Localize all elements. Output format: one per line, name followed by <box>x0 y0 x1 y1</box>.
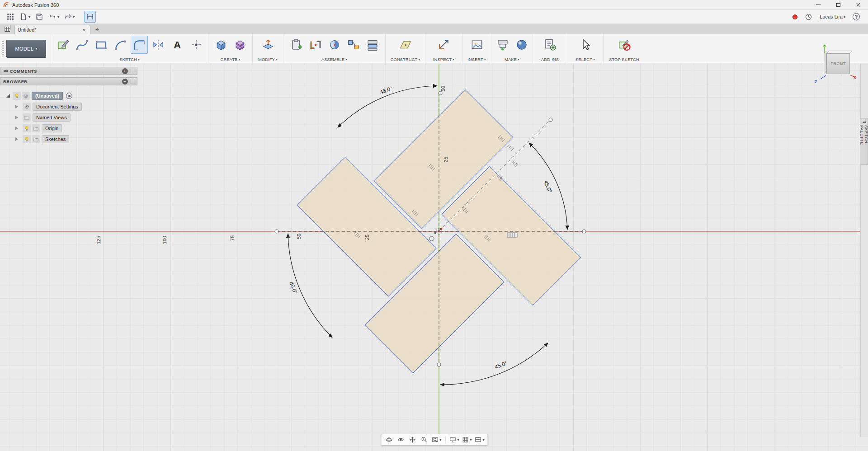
document-tab[interactable]: Untitled* <box>14 25 90 34</box>
ribbon-group-label-inspect[interactable]: INSPECT <box>425 56 462 63</box>
record-icon[interactable] <box>793 14 797 19</box>
select-cursor-icon[interactable] <box>577 36 594 54</box>
ribbon-group-label-sketch[interactable]: SKETCH <box>51 56 208 63</box>
fit-button[interactable] <box>430 435 442 445</box>
arc-icon[interactable] <box>112 36 129 54</box>
contact-sets-icon[interactable] <box>364 36 381 54</box>
fillet-icon[interactable] <box>131 36 148 54</box>
new-tab-button[interactable] <box>93 25 101 33</box>
clock-icon[interactable] <box>805 13 812 21</box>
pan-icon <box>409 436 416 443</box>
ribbon-group-label-create[interactable]: CREATE <box>208 56 252 63</box>
stop-sketch-icon[interactable] <box>616 36 633 54</box>
ribbon-group-label-modify[interactable]: MODIFY <box>253 56 283 63</box>
tree-row-sketches[interactable]: Sketches <box>0 134 137 144</box>
expander-icon[interactable] <box>15 116 20 119</box>
lightbulb-icon[interactable] <box>23 135 31 143</box>
lightbulb-icon[interactable] <box>23 124 31 132</box>
motion-link-icon[interactable] <box>345 36 362 54</box>
joint-origin-icon[interactable] <box>326 36 343 54</box>
expander-icon[interactable] <box>15 137 20 141</box>
tree-row-document-settings[interactable]: Document Settings <box>0 102 137 112</box>
zoom-button[interactable] <box>419 435 429 445</box>
ribbon-group-label-insert[interactable]: INSERT <box>462 56 491 63</box>
ribbon-group-label-assemble[interactable]: ASSEMBLE <box>283 56 385 63</box>
insert-image-icon[interactable] <box>468 36 486 54</box>
tree-row-origin[interactable]: Origin <box>0 123 137 133</box>
lightbulb-icon[interactable] <box>13 92 21 100</box>
tree-label-sketches[interactable]: Sketches <box>42 135 69 143</box>
measure-icon[interactable] <box>435 36 453 54</box>
origin-point <box>434 228 442 235</box>
minimize-button[interactable] <box>808 0 828 9</box>
pan-button[interactable] <box>407 435 418 445</box>
comments-badge-icon[interactable]: + <box>122 68 128 74</box>
grid-settings-icon <box>462 436 469 443</box>
tree-row-named-views[interactable]: Named Views <box>0 113 137 122</box>
viewports-button[interactable] <box>474 435 486 445</box>
press-pull-icon[interactable] <box>259 36 277 54</box>
undo-icon <box>48 13 57 21</box>
ribbon-group-select: SELECT <box>567 34 603 63</box>
spline-icon[interactable] <box>74 36 91 54</box>
tree-label-origin[interactable]: Origin <box>42 124 62 132</box>
comments-panel-header[interactable]: ◀◀ COMMENTS + <box>0 67 137 75</box>
ribbon-group-insert: INSERT <box>462 34 491 63</box>
file-menu-button[interactable] <box>18 11 32 23</box>
grid-settings-button[interactable] <box>461 435 473 445</box>
toolbar-grip[interactable] <box>2 41 4 56</box>
point-icon[interactable] <box>188 36 205 54</box>
rectangle-icon[interactable] <box>93 36 110 54</box>
window-title: Autodesk Fusion 360 <box>12 2 59 8</box>
new-component-icon[interactable] <box>288 36 305 54</box>
expander-open-icon[interactable] <box>6 94 10 98</box>
orbit-button[interactable] <box>383 435 394 445</box>
save-button[interactable] <box>33 11 45 23</box>
ribbon-group-inspect: INSPECT <box>425 34 462 63</box>
ribbon-group-label-add-ins[interactable]: ADD-INS <box>533 56 567 63</box>
look-at-button[interactable] <box>395 435 406 445</box>
tab-close-icon[interactable] <box>81 27 87 33</box>
account-menu[interactable]: Lucas Lira <box>820 14 845 19</box>
orbit-icon <box>385 436 392 443</box>
ribbon-group-label-stop-sketch[interactable]: STOP SKETCH <box>604 56 645 63</box>
construction-plane-icon[interactable] <box>397 36 414 54</box>
joint-icon[interactable] <box>307 36 324 54</box>
tree-label-named-views[interactable]: Named Views <box>33 113 71 122</box>
browser-panel-header[interactable]: BROWSER − <box>0 77 137 85</box>
active-command-button[interactable] <box>84 11 96 23</box>
close-button[interactable] <box>848 0 868 9</box>
sketch-palette-tab[interactable]: ◀◀ SKETCH PALETTE <box>860 118 868 165</box>
create-form-icon[interactable] <box>231 36 249 54</box>
panel-grip[interactable] <box>131 69 134 73</box>
undo-button[interactable] <box>47 11 61 23</box>
primitive-box-icon[interactable] <box>212 36 230 54</box>
v-ruler-50: 50 <box>440 86 446 91</box>
tree-label-document-settings[interactable]: Document Settings <box>33 103 82 111</box>
mirror-icon[interactable] <box>150 36 167 54</box>
tree-label-unsaved[interactable]: (Unsaved) <box>32 92 63 100</box>
browser-badge-icon[interactable]: − <box>122 79 128 85</box>
scripts-add-ins-icon[interactable] <box>542 36 559 54</box>
display-settings-button[interactable] <box>448 435 460 445</box>
data-panel-toggle[interactable] <box>3 24 12 33</box>
expander-icon[interactable] <box>15 105 20 108</box>
panel-grip[interactable] <box>131 79 134 84</box>
workspace-selector[interactable]: MODEL <box>6 40 46 58</box>
tree-row-root[interactable]: (Unsaved) <box>0 91 137 101</box>
help-button[interactable] <box>853 13 860 20</box>
ribbon-group-label-construct[interactable]: CONSTRUCT <box>386 56 425 63</box>
maximize-button[interactable] <box>828 0 848 9</box>
activate-component-radio[interactable] <box>66 93 72 99</box>
redo-button[interactable] <box>62 11 76 23</box>
appearance-sphere-icon[interactable] <box>513 36 530 54</box>
ribbon-group-label-select[interactable]: SELECT <box>567 56 603 63</box>
create-sketch-icon[interactable] <box>55 36 72 54</box>
app-grid-button[interactable] <box>5 11 16 23</box>
view-cube[interactable]: FRONT X Z <box>813 42 856 84</box>
sketch-text-icon[interactable]: A <box>169 36 186 54</box>
expander-icon[interactable] <box>15 127 20 130</box>
print-3d-icon[interactable] <box>494 36 511 54</box>
ribbon-group-label-make[interactable]: MAKE <box>491 56 533 63</box>
sketch-palette-label: SKETCH PALETTE <box>859 125 868 164</box>
